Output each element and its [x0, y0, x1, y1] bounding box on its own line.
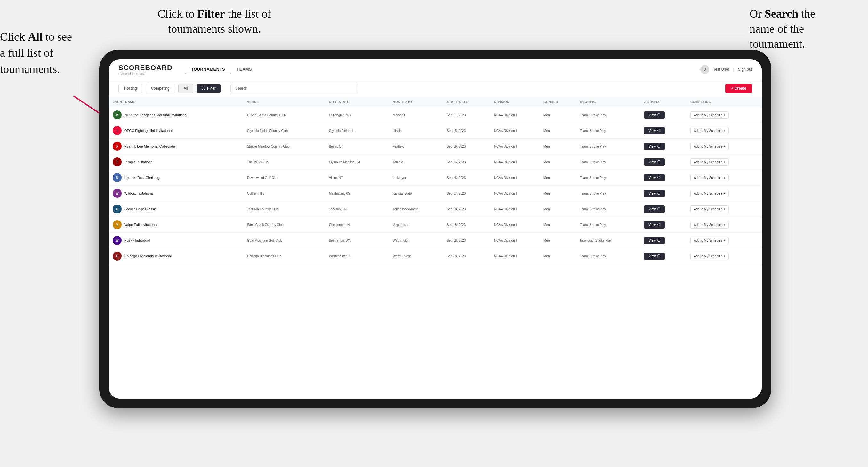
- annotation-search: Or Search thename of thetournament.: [750, 6, 859, 51]
- view-button-2[interactable]: View ⓘ: [644, 143, 665, 150]
- actions-cell-1: View ⓘ: [640, 123, 686, 138]
- col-scoring: SCORING: [576, 97, 641, 107]
- col-venue: VENUE: [243, 97, 325, 107]
- view-button-4[interactable]: View ⓘ: [644, 174, 665, 182]
- date-cell-7: Sep 18, 2023: [443, 217, 490, 233]
- view-button-5[interactable]: View ⓘ: [644, 190, 665, 197]
- competing-cell-2: Add to My Schedule +: [686, 138, 762, 154]
- venue-cell-4: Ravenwood Golf Club: [243, 170, 325, 186]
- search-input[interactable]: [230, 84, 359, 93]
- add-schedule-button-8[interactable]: Add to My Schedule +: [690, 237, 729, 244]
- add-schedule-button-4[interactable]: Add to My Schedule +: [690, 174, 729, 182]
- table-row: M 2023 Joe Feaganes Marshall Invitationa…: [109, 107, 762, 123]
- date-cell-1: Sep 15, 2023: [443, 123, 490, 138]
- city-cell-2: Berlin, CT: [325, 138, 389, 154]
- view-button-7[interactable]: View ⓘ: [644, 221, 665, 228]
- nav-tab-tournaments[interactable]: TOURNAMENTS: [185, 65, 231, 74]
- gender-cell-8: Men: [539, 233, 576, 248]
- add-schedule-button-2[interactable]: Add to My Schedule +: [690, 143, 729, 150]
- table-row: G Grover Page Classic Jackson Country Cl…: [109, 201, 762, 217]
- user-avatar: U: [700, 65, 709, 74]
- hosted-cell-9: Wake Forest: [389, 248, 443, 264]
- division-cell-9: NCAA Division I: [490, 248, 539, 264]
- team-logo-1: I: [113, 126, 122, 135]
- view-button-8[interactable]: View ⓘ: [644, 237, 665, 244]
- event-name-4: Upstate Dual Challenge: [124, 176, 161, 180]
- city-cell-4: Victor, NY: [325, 170, 389, 186]
- team-logo-2: F: [113, 142, 122, 151]
- date-cell-4: Sep 16, 2023: [443, 170, 490, 186]
- view-button-0[interactable]: View ⓘ: [644, 112, 665, 119]
- venue-cell-3: The 1912 Club: [243, 154, 325, 170]
- tournaments-table: EVENT NAME VENUE CITY, STATE HOSTED BY S…: [109, 97, 762, 264]
- actions-cell-6: View ⓘ: [640, 201, 686, 217]
- toolbar: Hosting Competing All ☷ Filter + Create: [109, 80, 762, 97]
- competing-tab-btn[interactable]: Competing: [146, 84, 175, 93]
- all-tab-btn[interactable]: All: [178, 84, 193, 93]
- view-info-icon-4: ⓘ: [657, 176, 660, 180]
- nav-tab-teams[interactable]: TEAMS: [231, 65, 258, 74]
- division-cell-3: NCAA Division I: [490, 154, 539, 170]
- create-button[interactable]: + Create: [725, 84, 752, 93]
- division-cell-7: NCAA Division I: [490, 217, 539, 233]
- event-name-2: Ryan T. Lee Memorial Collegiate: [124, 144, 175, 148]
- hosting-tab-btn[interactable]: Hosting: [118, 84, 143, 93]
- gender-cell-1: Men: [539, 123, 576, 138]
- event-cell-2: F Ryan T. Lee Memorial Collegiate: [109, 138, 243, 154]
- division-cell-4: NCAA Division I: [490, 170, 539, 186]
- actions-cell-9: View ⓘ: [640, 248, 686, 264]
- gender-cell-6: Men: [539, 201, 576, 217]
- table-row: W Wildcat Invitational Colbert Hills Man…: [109, 186, 762, 201]
- competing-cell-7: Add to My Schedule +: [686, 217, 762, 233]
- col-hosted-by: HOSTED BY: [389, 97, 443, 107]
- view-button-9[interactable]: View ⓘ: [644, 253, 665, 260]
- add-schedule-button-1[interactable]: Add to My Schedule +: [690, 127, 729, 134]
- event-cell-6: G Grover Page Classic: [109, 201, 243, 217]
- event-cell-5: W Wildcat Invitational: [109, 186, 243, 201]
- event-name-7: Valpo Fall Invitational: [124, 223, 157, 227]
- city-cell-5: Manhattan, KS: [325, 186, 389, 201]
- scoring-cell-1: Team, Stroke Play: [576, 123, 641, 138]
- view-info-icon-3: ⓘ: [657, 160, 660, 164]
- event-name-1: OFCC Fighting Illini Invitational: [124, 129, 173, 132]
- tablet-frame: SCOREBOARD Powered by clippd TOURNAMENTS…: [99, 50, 771, 408]
- filter-icon: ☷: [202, 86, 205, 91]
- nav-tabs: TOURNAMENTS TEAMS: [185, 65, 700, 74]
- event-name-0: 2023 Joe Feaganes Marshall Invitational: [124, 113, 188, 117]
- scoring-cell-6: Team, Stroke Play: [576, 201, 641, 217]
- add-schedule-button-5[interactable]: Add to My Schedule +: [690, 190, 729, 197]
- venue-cell-5: Colbert Hills: [243, 186, 325, 201]
- event-name-3: Temple Invitational: [124, 160, 153, 164]
- city-cell-1: Olympia Fields, IL: [325, 123, 389, 138]
- filter-button[interactable]: ☷ Filter: [196, 84, 221, 93]
- table-header-row: EVENT NAME VENUE CITY, STATE HOSTED BY S…: [109, 97, 762, 107]
- app-header: SCOREBOARD Powered by clippd TOURNAMENTS…: [109, 59, 762, 80]
- actions-cell-7: View ⓘ: [640, 217, 686, 233]
- add-schedule-button-9[interactable]: Add to My Schedule +: [690, 253, 729, 260]
- col-city-state: CITY, STATE: [325, 97, 389, 107]
- view-button-3[interactable]: View ⓘ: [644, 158, 665, 166]
- team-logo-9: C: [113, 252, 122, 260]
- team-logo-6: G: [113, 205, 122, 214]
- add-schedule-button-7[interactable]: Add to My Schedule +: [690, 221, 729, 228]
- division-cell-6: NCAA Division I: [490, 201, 539, 217]
- scoring-cell-0: Team, Stroke Play: [576, 107, 641, 123]
- venue-cell-8: Gold Mountain Golf Club: [243, 233, 325, 248]
- view-info-icon-6: ⓘ: [657, 207, 660, 211]
- view-info-icon-9: ⓘ: [657, 254, 660, 258]
- view-info-icon-2: ⓘ: [657, 144, 660, 149]
- actions-cell-0: View ⓘ: [640, 107, 686, 123]
- actions-cell-2: View ⓘ: [640, 138, 686, 154]
- table-container: EVENT NAME VENUE CITY, STATE HOSTED BY S…: [109, 97, 762, 399]
- hosted-cell-5: Kansas State: [389, 186, 443, 201]
- add-schedule-button-3[interactable]: Add to My Schedule +: [690, 158, 729, 166]
- view-button-1[interactable]: View ⓘ: [644, 127, 665, 134]
- view-info-icon-7: ⓘ: [657, 223, 660, 227]
- add-schedule-button-0[interactable]: Add to My Schedule +: [690, 112, 729, 119]
- view-button-6[interactable]: View ⓘ: [644, 206, 665, 213]
- add-schedule-button-6[interactable]: Add to My Schedule +: [690, 206, 729, 213]
- actions-cell-4: View ⓘ: [640, 170, 686, 186]
- table-row: U Upstate Dual Challenge Ravenwood Golf …: [109, 170, 762, 186]
- actions-cell-8: View ⓘ: [640, 233, 686, 248]
- sign-out-link[interactable]: Sign out: [738, 67, 752, 72]
